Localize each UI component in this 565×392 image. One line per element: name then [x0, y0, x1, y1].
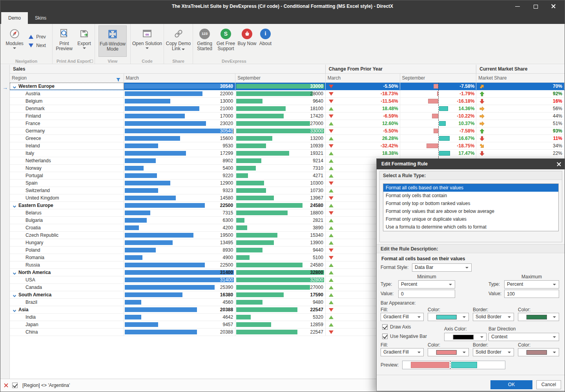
september-sales-cell[interactable]: 27000: [235, 120, 326, 127]
september-sales-cell[interactable]: 28000: [235, 90, 326, 97]
september-sales-cell[interactable]: 22547: [235, 328, 326, 336]
change-september-cell[interactable]: -7.58%: [400, 127, 477, 134]
march-sales-cell[interactable]: 17299: [124, 150, 236, 157]
region-cell[interactable]: Czech Republic: [10, 232, 124, 239]
march-sales-cell[interactable]: 9220: [124, 172, 236, 179]
market-share-cell[interactable]: 11%: [476, 135, 565, 142]
expand-chevron-icon[interactable]: [13, 271, 16, 276]
rule-type-item[interactable]: Use a formula to determine which cells t…: [383, 223, 558, 231]
september-sales-cell[interactable]: 15340: [235, 232, 326, 239]
close-button[interactable]: [551, 4, 556, 9]
september-sales-cell[interactable]: 13200: [235, 135, 326, 142]
september-sales-cell[interactable]: 12859: [235, 321, 326, 328]
change-march-cell[interactable]: -32.42%: [326, 142, 400, 149]
march-sales-cell[interactable]: 30540: [124, 83, 236, 90]
region-cell[interactable]: India: [10, 314, 124, 321]
march-sales-cell[interactable]: 22500: [124, 261, 236, 269]
change-march-cell[interactable]: 26.28%: [326, 135, 400, 142]
region-cell[interactable]: China: [10, 328, 124, 336]
about-button[interactable]: i About: [257, 25, 274, 57]
march-sales-cell[interactable]: 31400: [124, 269, 236, 276]
september-sales-cell[interactable]: 17420: [235, 113, 326, 120]
september-sales-cell[interactable]: 17590: [235, 291, 326, 298]
treelist-row[interactable]: Austria2200028000-18.73%-1.79%92%: [10, 90, 565, 98]
rule-type-item[interactable]: Format only cells that contain: [383, 192, 558, 200]
change-september-cell[interactable]: 16.67%: [400, 135, 477, 142]
region-cell[interactable]: USA: [10, 276, 124, 283]
march-sales-cell[interactable]: 13000: [124, 98, 236, 105]
march-sales-cell[interactable]: 4900: [124, 254, 236, 261]
market-share-cell[interactable]: 70%: [476, 83, 565, 90]
region-cell[interactable]: Spain: [10, 180, 124, 187]
market-share-cell[interactable]: 16%: [476, 98, 565, 105]
treelist-row[interactable]: Germany3054033000-5.50%-7.58%93%: [10, 127, 565, 135]
march-sales-cell[interactable]: 4642: [124, 314, 236, 321]
region-cell[interactable]: Asia: [10, 306, 124, 313]
market-share-cell[interactable]: 56%: [476, 105, 565, 112]
min-type-dropdown[interactable]: Percent: [398, 280, 455, 289]
march-sales-cell[interactable]: 20388: [124, 306, 236, 313]
minimize-button[interactable]: [515, 4, 520, 9]
remove-filter-icon[interactable]: [4, 383, 8, 388]
max-value-input[interactable]: [504, 290, 559, 298]
september-sales-cell[interactable]: 7310: [235, 165, 326, 172]
region-cell[interactable]: Western Europe: [10, 83, 124, 90]
positive-border-color-dropdown[interactable]: [518, 313, 559, 321]
region-cell[interactable]: Austria: [10, 90, 124, 97]
region-cell[interactable]: Switzerland: [10, 187, 124, 194]
positive-color-dropdown[interactable]: [428, 313, 469, 321]
change-march-cell[interactable]: 18.38%: [326, 150, 400, 157]
region-cell[interactable]: Japan: [10, 321, 124, 328]
bar-direction-dropdown[interactable]: Context: [488, 333, 559, 341]
region-cell[interactable]: United Kingdom: [10, 194, 124, 201]
march-sales-cell[interactable]: 15600: [124, 135, 236, 142]
region-cell[interactable]: Netherlands: [10, 157, 124, 164]
march-sales-cell[interactable]: 25390: [124, 284, 236, 291]
change-september-cell[interactable]: -1.79%: [400, 90, 477, 97]
region-cell[interactable]: Croatia: [10, 224, 124, 231]
region-cell[interactable]: Poland: [10, 247, 124, 254]
march-sales-cell[interactable]: 22000: [124, 90, 236, 97]
market-share-cell[interactable]: 22%: [476, 150, 565, 157]
march-sales-cell[interactable]: 9323: [124, 187, 236, 194]
region-cell[interactable]: Bulgaria: [10, 217, 124, 224]
september-sales-cell[interactable]: 13967: [235, 194, 326, 201]
september-sales-cell[interactable]: 10730: [235, 187, 326, 194]
change-september-cell[interactable]: -10.22%: [400, 113, 477, 120]
expand-chevron-icon[interactable]: [13, 293, 16, 299]
market-share-cell[interactable]: 92%: [476, 90, 565, 97]
format-style-dropdown[interactable]: Data Bar: [412, 263, 472, 272]
region-cell[interactable]: South America: [10, 291, 124, 298]
copy-demo-link-button[interactable]: Copy Demo Link: [165, 25, 192, 57]
march-sales-cell[interactable]: 7315: [124, 209, 236, 216]
market-share-cell[interactable]: 93%: [476, 127, 565, 134]
treelist-row[interactable]: Denmark210001810018.48%14.36%56%: [10, 105, 565, 113]
change-september-cell[interactable]: -16.18%: [400, 98, 477, 105]
full-window-mode-button[interactable]: Full-Window Mode: [98, 25, 127, 57]
negative-fill-dropdown[interactable]: Gradient Fill: [381, 348, 424, 356]
september-sales-cell[interactable]: 5320: [235, 314, 326, 321]
expand-chevron-icon[interactable]: [13, 85, 16, 90]
march-sales-cell[interactable]: 5400: [124, 165, 236, 172]
rule-type-item[interactable]: Format only unique or duplicate values: [383, 215, 558, 223]
band-sales[interactable]: Sales: [10, 65, 326, 73]
september-sales-cell[interactable]: 5100: [235, 254, 326, 261]
september-sales-cell[interactable]: 2821: [235, 217, 326, 224]
september-sales-cell[interactable]: 10300: [235, 180, 326, 187]
treelist-row[interactable]: Italy172991932118.38%17.47%22%: [10, 150, 565, 157]
column-header-march-change[interactable]: March: [326, 74, 400, 82]
print-preview-button[interactable]: Print Preview: [54, 25, 75, 57]
september-sales-cell[interactable]: 9640: [235, 98, 326, 105]
change-september-cell[interactable]: 17.47%: [400, 150, 477, 157]
region-cell[interactable]: Portugal: [10, 172, 124, 179]
negative-color-dropdown[interactable]: [428, 348, 469, 356]
change-march-cell[interactable]: -11.54%: [326, 98, 400, 105]
september-sales-cell[interactable]: 10939: [235, 142, 326, 149]
next-button[interactable]: Next: [29, 43, 46, 48]
treelist-row[interactable]: Belgium130009640-11.54%-16.18%16%: [10, 98, 565, 105]
get-free-support-button[interactable]: S Get Free Support: [215, 25, 237, 57]
prev-button[interactable]: Prev: [29, 34, 46, 40]
september-sales-cell[interactable]: 24580: [235, 202, 326, 209]
march-sales-cell[interactable]: 31400: [124, 276, 236, 283]
column-header-september-change[interactable]: September: [400, 74, 477, 82]
